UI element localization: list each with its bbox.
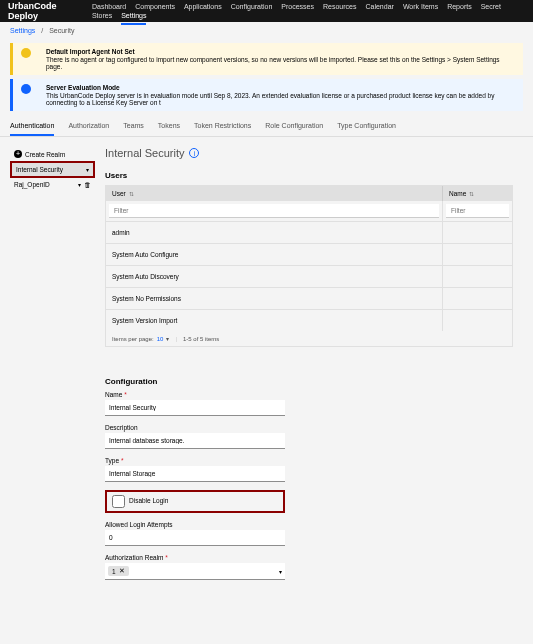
content: Internal Security i Users User ⇅ Name ⇅ … (95, 147, 523, 588)
sort-icon: ⇅ (129, 190, 134, 197)
attempts-input[interactable] (105, 530, 285, 546)
sidebar: + Create Realm Internal Security▾Raj_Ope… (10, 147, 95, 588)
name-filter-input[interactable] (446, 204, 509, 218)
breadcrumb-current: Security (49, 27, 74, 34)
type-select[interactable]: Internal Storage (105, 466, 285, 482)
table-row[interactable]: System No Permissions (106, 287, 512, 309)
info-icon[interactable]: i (189, 148, 199, 158)
tab-authentication[interactable]: Authentication (10, 117, 54, 136)
table-row[interactable]: System Auto Configure (106, 243, 512, 265)
realm-item-raj_openid[interactable]: Raj_OpenID▾🗑 (10, 178, 95, 191)
configuration-section: Configuration Name * Description Type * … (105, 377, 513, 580)
top-nav: UrbanCode Deploy DashboardComponentsAppl… (0, 0, 533, 22)
chevron-down-icon[interactable]: ▾ (78, 181, 81, 188)
description-input[interactable] (105, 433, 285, 449)
alert-warn: Default Import Agent Not SetThere is no … (10, 43, 523, 75)
authz-chip[interactable]: 1 ✕ (108, 566, 129, 576)
users-table: User ⇅ Name ⇅ adminSystem Auto Configure… (105, 185, 513, 347)
nav-resources[interactable]: Resources (323, 3, 356, 10)
authz-label: Authorization Realm * (105, 554, 513, 561)
nav-applications[interactable]: Applications (184, 3, 222, 10)
nav-settings[interactable]: Settings (121, 12, 146, 25)
nav-work-items[interactable]: Work Items (403, 3, 438, 10)
col-name[interactable]: Name ⇅ (442, 186, 512, 201)
tab-authorization[interactable]: Authorization (68, 117, 109, 136)
tab-tokens[interactable]: Tokens (158, 117, 180, 136)
info-icon (21, 84, 31, 94)
table-row[interactable]: admin (106, 221, 512, 243)
description-label: Description (105, 424, 513, 431)
tab-teams[interactable]: Teams (123, 117, 144, 136)
disable-login-field[interactable]: Disable Login (105, 490, 285, 513)
nav-calendar[interactable]: Calendar (365, 3, 393, 10)
disable-login-checkbox[interactable] (112, 495, 125, 508)
nav-dashboard[interactable]: Dashboard (92, 3, 126, 10)
create-realm-button[interactable]: + Create Realm (10, 147, 95, 161)
plus-icon: + (14, 150, 22, 158)
nav-processes[interactable]: Processes (281, 3, 314, 10)
breadcrumb-root[interactable]: Settings (10, 27, 35, 34)
name-input[interactable] (105, 400, 285, 416)
name-label: Name * (105, 391, 513, 398)
config-heading: Configuration (105, 377, 513, 386)
chevron-down-icon[interactable]: ▾ (86, 166, 89, 173)
users-heading: Users (105, 171, 513, 180)
close-icon[interactable]: ✕ (119, 567, 125, 575)
page-size-select[interactable]: 10 (157, 336, 164, 342)
nav-components[interactable]: Components (135, 3, 175, 10)
nav-reports[interactable]: Reports (447, 3, 472, 10)
realm-item-internal-security[interactable]: Internal Security▾ (10, 161, 95, 178)
table-row[interactable]: System Version Import (106, 309, 512, 331)
tab-token-restrictions[interactable]: Token Restrictions (194, 117, 251, 136)
pager: Items per page: 10 ▾ | 1-5 of 5 items (106, 331, 512, 346)
nav-configuration[interactable]: Configuration (231, 3, 273, 10)
page-title: Internal Security i (105, 147, 513, 159)
delete-icon[interactable]: 🗑 (84, 181, 91, 188)
table-row[interactable]: System Auto Discovery (106, 265, 512, 287)
type-label: Type * (105, 457, 513, 464)
breadcrumb: Settings / Security (0, 22, 533, 39)
alert-info: Server Evaluation ModeThis UrbanCode Dep… (10, 79, 523, 111)
col-user[interactable]: User ⇅ (106, 186, 442, 201)
tab-role-configuration[interactable]: Role Configuration (265, 117, 323, 136)
chevron-down-icon: ▾ (166, 335, 169, 342)
user-filter-input[interactable] (109, 204, 439, 218)
subtabs: AuthenticationAuthorizationTeamsTokensTo… (0, 115, 533, 137)
attempts-label: Allowed Login Attempts (105, 521, 513, 528)
chevron-down-icon[interactable]: ▾ (279, 568, 282, 575)
warning-icon (21, 48, 31, 58)
tab-type-configuration[interactable]: Type Configuration (337, 117, 396, 136)
brand: UrbanCode Deploy (8, 1, 82, 21)
sort-icon: ⇅ (469, 190, 474, 197)
